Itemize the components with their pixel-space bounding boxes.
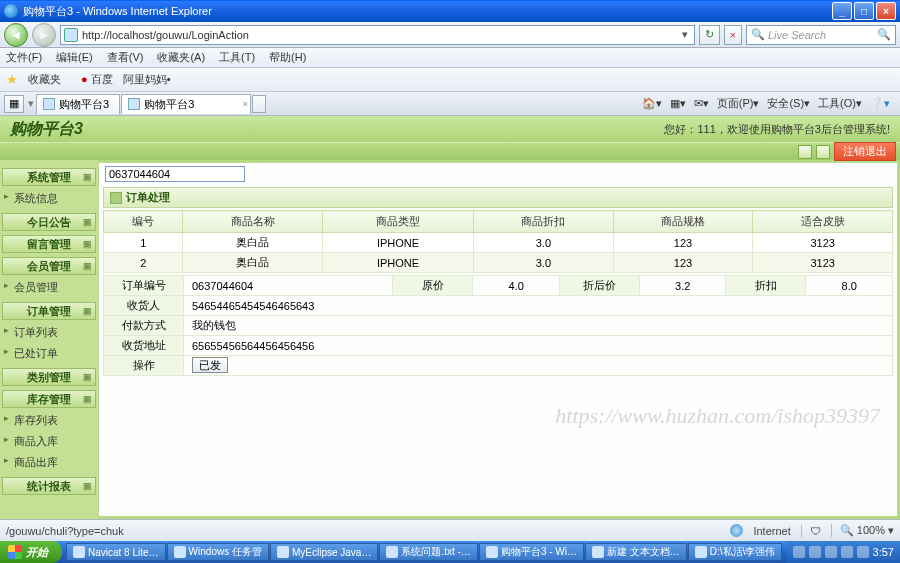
table-cell: IPHONE: [323, 233, 474, 253]
sidebar-item[interactable]: 订单列表: [2, 322, 96, 343]
tools-menu[interactable]: 工具(O)▾: [818, 96, 862, 111]
favorites-star-icon[interactable]: ★: [6, 72, 18, 87]
table-row[interactable]: 2奥白品IPHONE3.01233123: [104, 253, 893, 273]
forward-button[interactable]: ►: [32, 23, 56, 47]
banner-icon-2[interactable]: [816, 145, 830, 159]
val-discprice: 3.2: [639, 276, 726, 296]
menu-help[interactable]: 帮助(H): [269, 50, 306, 65]
ship-button[interactable]: 已发: [192, 357, 228, 373]
table-header: 适合皮肤: [753, 211, 893, 233]
tab-tools: 🏠▾ ▦▾ ✉▾ 页面(P)▾ 安全(S)▾ 工具(O)▾ ❔▾: [642, 96, 896, 111]
windows-logo-icon: [8, 545, 22, 559]
val-address: 65655456564456456456: [184, 336, 893, 356]
start-label: 开始: [26, 545, 48, 560]
tray-icon[interactable]: [825, 546, 837, 558]
taskbar-button[interactable]: Windows 任务管: [167, 543, 269, 561]
taskbar-button[interactable]: MyEclipse Java…: [270, 543, 378, 561]
lbl-receiver: 收货人: [104, 296, 184, 316]
search-go-icon[interactable]: 🔍: [877, 28, 891, 41]
sidebar-group-header[interactable]: 库存管理: [2, 390, 96, 408]
table-header: 商品规格: [613, 211, 753, 233]
favorites-label[interactable]: 收藏夹: [28, 72, 61, 87]
fav-suggest[interactable]: 阿里妈妈•: [123, 72, 171, 87]
task-icon: [174, 546, 186, 558]
menu-file[interactable]: 文件(F): [6, 50, 42, 65]
menu-tools[interactable]: 工具(T): [219, 50, 255, 65]
search-placeholder: Live Search: [768, 29, 826, 41]
tab-close-icon[interactable]: ×: [243, 99, 248, 109]
tray-icon[interactable]: [841, 546, 853, 558]
sidebar-group-header[interactable]: 系统管理: [2, 168, 96, 186]
address-bar[interactable]: ▾: [60, 25, 695, 45]
maximize-button[interactable]: □: [854, 2, 874, 20]
new-tab-button[interactable]: [252, 95, 266, 113]
sidebar-item[interactable]: 库存列表: [2, 410, 96, 431]
fav-baidu[interactable]: ● 百度: [81, 72, 113, 87]
tab-label: 购物平台3: [59, 97, 109, 112]
tray-icon[interactable]: [857, 546, 869, 558]
section-icon: [110, 192, 122, 204]
table-cell: IPHONE: [323, 253, 474, 273]
page-body: 购物平台3 您好：111，欢迎使用购物平台3后台管理系统! 注销退出 系统管理系…: [0, 116, 900, 519]
tab-label: 购物平台3: [144, 97, 194, 112]
menu-favorites[interactable]: 收藏夹(A): [157, 50, 205, 65]
minimize-button[interactable]: _: [832, 2, 852, 20]
feeds-icon[interactable]: ▦▾: [670, 97, 686, 110]
taskbar-button[interactable]: Navicat 8 Lite…: [66, 543, 166, 561]
safety-menu[interactable]: 安全(S)▾: [767, 96, 810, 111]
sidebar-item[interactable]: 已处订单: [2, 343, 96, 364]
close-button[interactable]: ×: [876, 2, 896, 20]
sidebar-group-header[interactable]: 统计报表: [2, 477, 96, 495]
tab-icon: [43, 98, 55, 110]
taskbar-button[interactable]: 新建 文本文档…: [585, 543, 687, 561]
table-cell: 奥白品: [183, 233, 323, 253]
stop-button[interactable]: ×: [724, 25, 742, 45]
order-id-input[interactable]: [105, 166, 245, 182]
clock[interactable]: 3:57: [873, 546, 894, 558]
url-input[interactable]: [82, 29, 679, 41]
help-icon[interactable]: ❔▾: [870, 97, 890, 110]
search-box[interactable]: 🔍 Live Search 🔍: [746, 25, 896, 45]
ie-icon: [4, 4, 18, 18]
sidebar-item[interactable]: 会员管理: [2, 277, 96, 298]
search-icon: 🔍: [751, 28, 765, 41]
table-header: 编号: [104, 211, 183, 233]
mail-icon[interactable]: ✉▾: [694, 97, 709, 110]
sidebar-item[interactable]: 商品入库: [2, 431, 96, 452]
tab-2[interactable]: 购物平台3 ×: [121, 94, 251, 114]
sidebar-group-header[interactable]: 今日公告: [2, 213, 96, 231]
system-tray[interactable]: 3:57: [787, 541, 900, 563]
menu-view[interactable]: 查看(V): [107, 50, 144, 65]
page-menu[interactable]: 页面(P)▾: [717, 96, 760, 111]
url-dropdown[interactable]: ▾: [679, 28, 691, 41]
sidebar-group-header[interactable]: 留言管理: [2, 235, 96, 253]
table-cell: 1: [104, 233, 183, 253]
sidebar-group-header[interactable]: 会员管理: [2, 257, 96, 275]
logout-button[interactable]: 注销退出: [834, 142, 896, 161]
detail-row-action: 操作 已发: [104, 356, 893, 376]
sidebar-group-header[interactable]: 订单管理: [2, 302, 96, 320]
zoom-label[interactable]: 🔍 100% ▾: [831, 524, 894, 537]
lbl-discprice: 折后价: [559, 276, 639, 296]
taskbar-button[interactable]: 系统问题.txt -…: [379, 543, 477, 561]
detail-row-summary: 订单编号 0637044604 原价 4.0 折后价 3.2 折扣 8.0: [104, 276, 893, 296]
banner-icon-1[interactable]: [798, 145, 812, 159]
taskbar-button[interactable]: D:\私活\李强伟: [688, 543, 783, 561]
section-header: 订单处理: [103, 187, 893, 208]
sidebar-group-header[interactable]: 类别管理: [2, 368, 96, 386]
menu-edit[interactable]: 编辑(E): [56, 50, 93, 65]
sidebar-item[interactable]: 商品出库: [2, 452, 96, 473]
table-cell: 3123: [753, 253, 893, 273]
sidebar-item[interactable]: 系统信息: [2, 188, 96, 209]
tray-icon[interactable]: [809, 546, 821, 558]
protected-mode-icon[interactable]: 🛡: [801, 525, 821, 537]
tray-icon[interactable]: [793, 546, 805, 558]
start-button[interactable]: 开始: [0, 541, 62, 563]
home-icon[interactable]: 🏠▾: [642, 97, 662, 110]
quick-tabs-button[interactable]: ▦: [4, 95, 24, 113]
taskbar-button[interactable]: 购物平台3 - Wi…: [479, 543, 584, 561]
table-row[interactable]: 1奥白品IPHONE3.01233123: [104, 233, 893, 253]
back-button[interactable]: ◄: [4, 23, 28, 47]
tab-1[interactable]: 购物平台3: [36, 94, 120, 114]
refresh-button[interactable]: ↻: [699, 25, 720, 45]
